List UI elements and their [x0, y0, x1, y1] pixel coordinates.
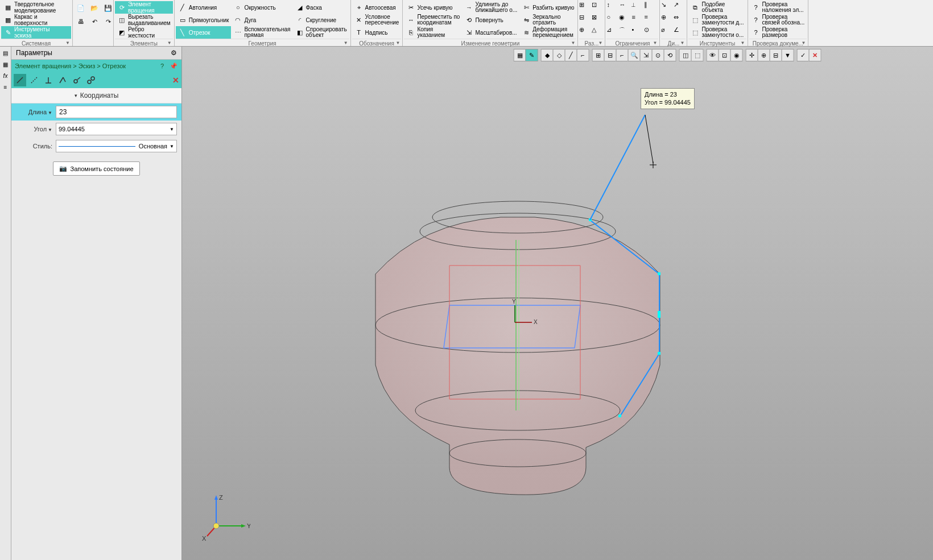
angle-row: Угол▼ 99.04445 ▼ [11, 121, 181, 138]
svg-line-30 [645, 115, 653, 163]
panel-settings-icon[interactable]: ⚙ [171, 49, 177, 57]
cond-intersect-button[interactable]: ✕Условное пересечение [352, 14, 402, 26]
close-tool-icon[interactable]: ✕ [172, 76, 179, 85]
layout-icon-6[interactable]: △ [592, 26, 604, 39]
circle-button[interactable]: ○Окружность [231, 1, 292, 14]
revolve-button[interactable]: ⟳Элемент вращения [115, 1, 173, 14]
segment-mode-3-icon[interactable] [42, 74, 55, 86]
check-dims-button[interactable]: ?Проверка размеров [749, 26, 807, 39]
dim-icon-1[interactable]: ↘ [661, 1, 674, 14]
segment-mode-2-icon[interactable] [28, 74, 40, 86]
section-coordinates[interactable]: ▾ Координаты [11, 88, 181, 103]
angle-dropdown-icon[interactable]: ▼ [48, 127, 52, 132]
mode-sketch-tools[interactable]: ✎Инструменты эскиза [1, 26, 71, 39]
mode-solid[interactable]: ▦Твердотельное моделирование [1, 1, 71, 14]
layout-icon-1[interactable]: ⊞ [579, 1, 592, 14]
axis-gizmo[interactable]: Z Y X [199, 492, 250, 543]
length-dropdown-icon[interactable]: ▼ [48, 110, 52, 115]
constraint-icon-4[interactable]: ∥ [644, 1, 657, 14]
constraint-icon-7[interactable]: ≡ [631, 14, 644, 26]
check-links-button[interactable]: ?Проверка связей обозна... [749, 14, 807, 26]
strip-fx-icon[interactable]: fx [1, 70, 11, 81]
segment-mode-5-icon[interactable] [71, 74, 83, 86]
check-closed-o-button[interactable]: ⬚Проверка замкнутости о... [688, 26, 746, 39]
style-combo[interactable]: Основная ▼ [56, 140, 177, 152]
dim-icon-3[interactable]: ⊕ [661, 14, 674, 26]
extend-button[interactable]: →Удлинить до ближайшего о... [462, 1, 519, 14]
split-button[interactable]: ✄Разбить кривую [519, 1, 576, 14]
copy-button[interactable]: ⎘Копия указанием [404, 26, 462, 39]
text-button[interactable]: TНадпись [352, 26, 402, 39]
fillet-button[interactable]: ◜Скругление [293, 14, 349, 26]
style-row: Стиль: Основная ▼ [11, 138, 181, 155]
move-button[interactable]: ↔Переместить по координатам [404, 14, 462, 26]
autoline-button[interactable]: ╱Автолиния [176, 1, 232, 14]
chevron-down-icon: ▾ [75, 93, 77, 98]
segment-mode-1-icon[interactable] [14, 74, 26, 86]
arc-button[interactable]: ◠Дуга [231, 14, 292, 26]
chamfer-button[interactable]: ◢Фаска [293, 1, 349, 14]
strip-menu-icon[interactable]: ≡ [1, 82, 11, 92]
svg-line-7 [77, 77, 80, 80]
auxline-button[interactable]: ⋯Вспомогательная прямая [231, 26, 292, 39]
length-row: Длина▼ [11, 103, 181, 121]
trim-button[interactable]: ✂Усечь кривую [404, 1, 462, 14]
extrude-cut-button[interactable]: ◫Вырезать выдавливанием [115, 14, 173, 26]
redo-icon[interactable]: ↷ [101, 15, 115, 28]
svg-rect-26 [658, 311, 660, 318]
dropdown-system-icon: ▼ [65, 40, 70, 45]
project-button[interactable]: ◧Спроецировать объект [293, 26, 349, 39]
save-icon[interactable]: 💾 [101, 1, 115, 15]
rectangle-button[interactable]: ▭Прямоугольник [176, 14, 232, 26]
constraint-icon-11[interactable]: • [631, 26, 644, 39]
constraint-icon-6[interactable]: ◉ [619, 14, 631, 26]
mirror-button[interactable]: ⇋Зеркально отразить [519, 14, 576, 26]
model-3d: X Y [182, 47, 933, 560]
autoaxis-button[interactable]: ⌖Автоосевая [352, 1, 402, 14]
segment-mode-4-icon[interactable] [56, 74, 69, 86]
remember-state-button[interactable]: 📷 Запомнить состояние [53, 161, 139, 176]
layout-icon-5[interactable]: ⊕ [579, 26, 592, 39]
layout-icon-2[interactable]: ⊡ [592, 1, 604, 14]
segment-button[interactable]: ╲Отрезок [176, 26, 232, 39]
help-icon[interactable]: ? [158, 61, 167, 70]
scale-button[interactable]: ⇲Масштабиров... [462, 26, 519, 39]
mode-sketch-label: Инструменты эскиза [14, 26, 49, 39]
tools-group: ⧉Подобие объекта ⬚Проверка замкнутости д… [687, 0, 748, 46]
new-icon[interactable]: 📄 [74, 1, 88, 15]
constraint-icon-1[interactable]: ↕ [606, 1, 619, 14]
dim-icon-2[interactable]: ↗ [674, 1, 686, 14]
strip-panel-icon[interactable]: ▤ [1, 48, 11, 58]
mode-wireframe[interactable]: ▩Каркас и поверхности [1, 14, 71, 26]
constraint-icon-3[interactable]: ⟂ [631, 1, 644, 14]
rotate-button[interactable]: ⟲Повернуть [462, 14, 519, 26]
labels-group: ⌖Автоосевая ✕Условное пересечение TНадпи… [351, 0, 403, 46]
pin-icon[interactable]: 📌 [169, 61, 178, 70]
constraint-icon-5[interactable]: ○ [606, 14, 619, 26]
open-icon[interactable]: 📂 [88, 1, 101, 15]
viewport[interactable]: ▦ ✎ ◆ ◇ ╱ ⌐ ⊞ ⊟ ⌐ 🔍 ⇲ ⊙ ⟲ ◫ ⬚ 👁 ⊡ ◉ ✢ [182, 47, 933, 560]
layout-icon-4[interactable]: ⊠ [592, 14, 604, 26]
strip-tree-icon[interactable]: ▦ [1, 59, 11, 69]
undo-icon[interactable]: ↶ [88, 15, 101, 28]
constraint-icon-10[interactable]: ⌒ [619, 26, 631, 39]
similar-button[interactable]: ⧉Подобие объекта [688, 1, 746, 14]
length-input[interactable] [56, 106, 177, 118]
angle-combo[interactable]: 99.04445 ▼ [56, 123, 177, 135]
print-icon[interactable]: 🖶 [74, 15, 88, 28]
dim-icon-4[interactable]: ⇔ [674, 14, 686, 26]
breadcrumb-text: Элемент вращения > Эскиз > Отрезок [15, 63, 126, 69]
dim-icon-5[interactable]: ⌀ [661, 26, 674, 39]
segment-mode-6-icon[interactable] [85, 74, 97, 86]
check-overlap-button[interactable]: ?Проверка наложения эл... [749, 1, 807, 14]
constraint-icon-9[interactable]: ⊿ [606, 26, 619, 39]
dim-icon-6[interactable]: ∠ [674, 26, 686, 39]
constraint-icon-12[interactable]: ⊙ [644, 26, 657, 39]
check-closed-d-button[interactable]: ⬚Проверка замкнутости д... [688, 14, 746, 26]
layout-icon-3[interactable]: ⊟ [579, 14, 592, 26]
rib-button[interactable]: ◩Ребро жесткости [115, 26, 173, 39]
constraint-icon-2[interactable]: ↔ [619, 1, 631, 14]
doccheck-group: ?Проверка наложения эл... ?Проверка связ… [748, 0, 809, 46]
deform-button[interactable]: ≋Деформация перемещением [519, 26, 576, 39]
constraint-icon-8[interactable]: = [644, 14, 657, 26]
